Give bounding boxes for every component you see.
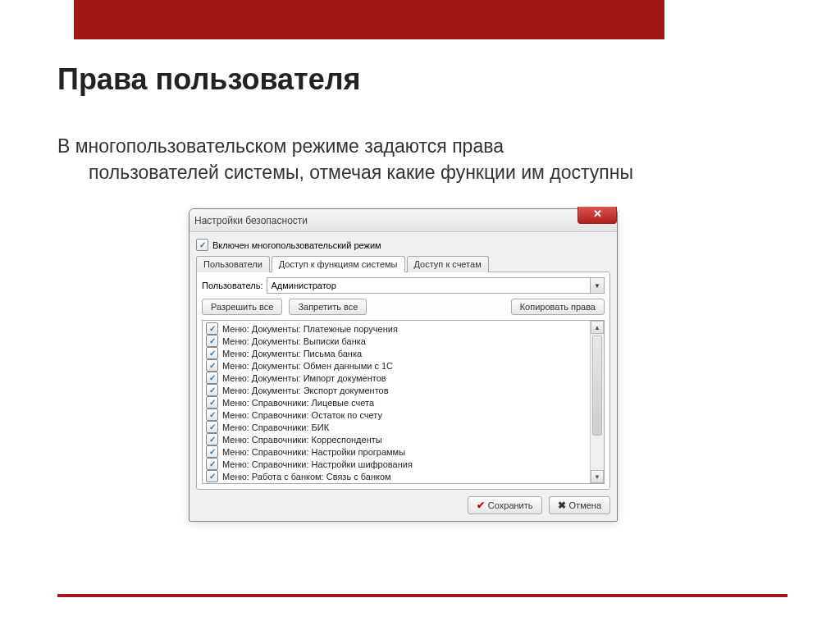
permission-buttons: Разрешить все Запретить все Копировать п… xyxy=(202,299,605,315)
multiuser-label: Включен многопользовательский режим xyxy=(212,240,381,250)
permission-item[interactable]: ✓Меню: Документы: Экспорт документов xyxy=(206,384,600,396)
permission-label: Меню: Справочники: БИК xyxy=(222,422,329,432)
permission-checkbox[interactable]: ✓ xyxy=(206,409,218,421)
dialog-footer: ✔ Сохранить ✖ Отмена xyxy=(196,496,610,514)
permission-item[interactable]: ✓Меню: Документы: Выписки банка xyxy=(206,335,600,347)
permission-item[interactable]: ✓Меню: Справочники: БИК xyxy=(206,421,600,433)
tab-users[interactable]: Пользователи xyxy=(196,256,270,272)
permission-checkbox[interactable]: ✓ xyxy=(206,458,218,470)
body-line2: пользователей системы, отмечая какие фун… xyxy=(57,159,783,185)
security-settings-dialog: Настройки безопасности ✕ ✓ Включен много… xyxy=(189,208,618,522)
permission-checkbox[interactable]: ✓ xyxy=(206,347,218,359)
scroll-up-icon[interactable]: ▲ xyxy=(591,321,604,334)
permission-label: Меню: Работа с банком: Связь с банком xyxy=(222,472,391,482)
slide-bottom-bar xyxy=(57,594,788,597)
multiuser-row: ✓ Включен многопользовательский режим xyxy=(196,239,610,251)
permission-checkbox[interactable]: ✓ xyxy=(206,433,218,445)
permission-item[interactable]: ✓Меню: Документы: Письма банка xyxy=(206,347,600,359)
permission-label: Меню: Документы: Экспорт документов xyxy=(222,386,389,395)
permission-item[interactable]: ✓Меню: Справочники: Лицевые счета xyxy=(206,396,600,409)
tab-strip: Пользователи Доступ к функциям системы Д… xyxy=(196,256,610,272)
close-button[interactable]: ✕ xyxy=(578,207,617,224)
dialog-titlebar[interactable]: Настройки безопасности ✕ xyxy=(189,209,617,232)
permission-label: Меню: Документы: Обмен данными с 1С xyxy=(222,361,393,371)
cancel-label: Отмена xyxy=(569,500,601,510)
permission-item[interactable]: ✓Меню: Справочники: Настройки шифрования xyxy=(206,458,600,470)
permissions-list: ✓Меню: Документы: Платежные поручения✓Ме… xyxy=(202,320,605,484)
permission-checkbox[interactable]: ✓ xyxy=(206,445,218,458)
permission-item[interactable]: ✓Меню: Справочники: Корреспонденты xyxy=(206,433,600,445)
permission-item[interactable]: ✓Меню: Справочники: Остаток по счету xyxy=(206,409,600,421)
slide-top-bar xyxy=(74,0,664,39)
scrollbar[interactable]: ▲ ▼ xyxy=(590,321,604,483)
multiuser-checkbox[interactable]: ✓ xyxy=(196,239,208,251)
check-icon: ✔ xyxy=(477,500,485,511)
x-icon: ✖ xyxy=(558,500,566,511)
permission-label: Меню: Документы: Импорт документов xyxy=(222,373,386,383)
copy-rights-button[interactable]: Копировать права xyxy=(511,299,605,315)
permission-checkbox[interactable]: ✓ xyxy=(206,372,218,384)
deny-all-button[interactable]: Запретить все xyxy=(289,299,367,315)
tab-pane-functions: Пользователь: Администратор ▼ Разрешить … xyxy=(196,272,610,490)
permission-label: Меню: Документы: Платежные поручения xyxy=(222,324,398,334)
permission-checkbox[interactable]: ✓ xyxy=(206,384,218,396)
permission-checkbox[interactable]: ✓ xyxy=(206,421,218,433)
permission-item[interactable]: ✓Меню: Документы: Обмен данными с 1С xyxy=(206,359,600,372)
close-icon: ✕ xyxy=(593,208,602,220)
permission-checkbox[interactable]: ✓ xyxy=(206,335,218,347)
user-value: Администратор xyxy=(271,281,336,290)
slide-body: В многопользовательском режиме задаются … xyxy=(57,133,783,185)
permission-label: Меню: Справочники: Настройки программы xyxy=(222,447,405,457)
permission-checkbox[interactable]: ✓ xyxy=(206,359,218,372)
permission-item[interactable]: ✓Меню: Работа с банком: Связь с банком xyxy=(206,470,600,482)
allow-all-button[interactable]: Разрешить все xyxy=(202,299,282,315)
scroll-down-icon[interactable]: ▼ xyxy=(591,470,604,483)
permission-label: Меню: Справочники: Настройки шифрования xyxy=(222,459,413,469)
permission-label: Меню: Справочники: Корреспонденты xyxy=(222,435,382,445)
chevron-down-icon: ▼ xyxy=(590,278,604,293)
permission-item[interactable]: ✓Меню: Документы: Импорт документов xyxy=(206,372,600,384)
tab-functions[interactable]: Доступ к функциям системы xyxy=(272,256,405,272)
user-row: Пользователь: Администратор ▼ xyxy=(202,277,605,294)
permission-label: Меню: Документы: Письма банка xyxy=(222,349,362,358)
slide-title: Права пользователя xyxy=(57,62,361,97)
permission-item[interactable]: ✓Меню: Документы: Платежные поручения xyxy=(206,322,600,335)
permission-label: Меню: Справочники: Лицевые счета xyxy=(222,398,374,408)
permission-checkbox[interactable]: ✓ xyxy=(206,396,218,409)
permission-checkbox[interactable]: ✓ xyxy=(206,470,218,482)
permission-label: Меню: Документы: Выписки банка xyxy=(222,336,366,346)
save-label: Сохранить xyxy=(488,500,533,510)
dialog-title: Настройки безопасности xyxy=(194,215,308,226)
user-label: Пользователь: xyxy=(202,281,262,290)
body-line1: В многопользовательском режиме задаются … xyxy=(57,135,504,157)
permission-checkbox[interactable]: ✓ xyxy=(206,322,218,335)
user-select[interactable]: Администратор ▼ xyxy=(267,277,605,294)
permission-label: Меню: Справочники: Остаток по счету xyxy=(222,410,382,420)
save-button[interactable]: ✔ Сохранить xyxy=(468,496,542,514)
cancel-button[interactable]: ✖ Отмена xyxy=(549,496,610,514)
tab-accounts[interactable]: Доступ к счетам xyxy=(407,256,489,272)
permission-item[interactable]: ✓Меню: Справочники: Настройки программы xyxy=(206,445,600,458)
scroll-thumb[interactable] xyxy=(592,336,602,436)
